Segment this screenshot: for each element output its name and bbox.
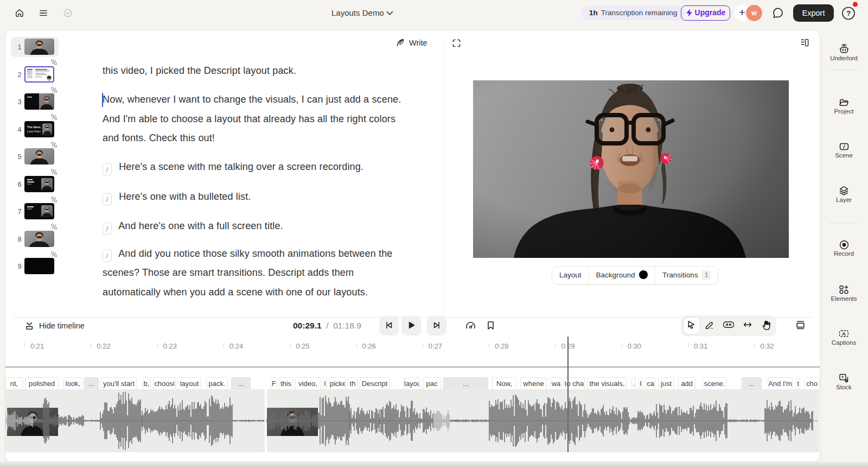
svg-text:Last Part: Last Part (27, 129, 41, 132)
svg-text:?: ? (846, 9, 851, 17)
svg-text:The Best,: The Best, (27, 125, 41, 128)
svg-text:A: A (842, 331, 846, 337)
